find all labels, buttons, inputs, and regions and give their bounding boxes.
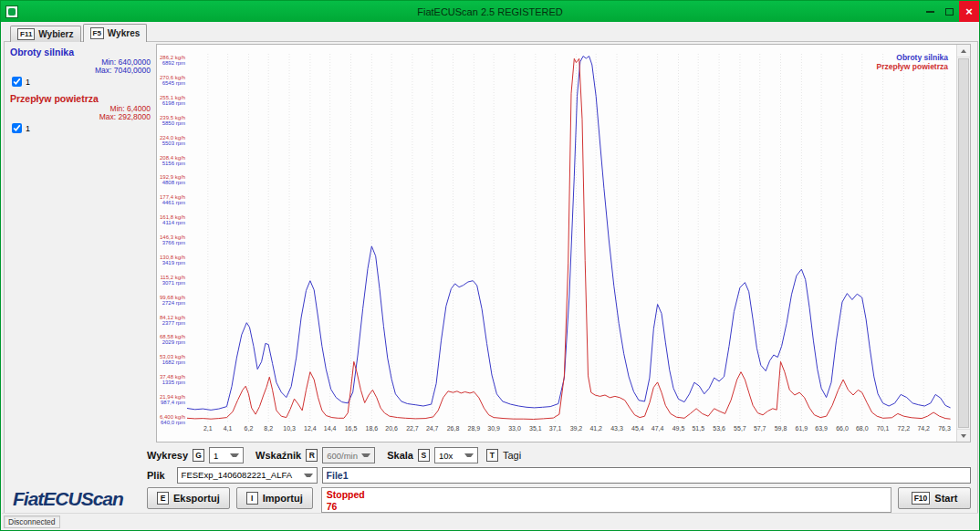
app-window: FiatECUScan 2.5 REGISTERED × F11 Wybierz… xyxy=(0,0,980,531)
chevron-down-icon xyxy=(464,453,474,457)
skala-key-badge: S xyxy=(418,449,430,462)
skala-select[interactable]: 10x xyxy=(434,447,478,463)
tab-strip: F11 Wybierz F5 Wykres xyxy=(10,24,149,42)
y-axis-label-pair: 68,58 kg/h2029 rpm xyxy=(157,334,185,345)
tab-wybierz-label: Wybierz xyxy=(38,29,73,39)
chart-panel: 6,400 kg/h640,0 rpm21,94 kg/h987,4 rpm37… xyxy=(156,44,971,442)
fiatecuscan-logo: FiatECUScan xyxy=(13,488,123,510)
signal-checkbox-label-rpm: 1 xyxy=(26,78,30,87)
arrow-up-icon xyxy=(961,49,966,53)
y-axis-label-pair: 21,94 kg/h987,4 rpm xyxy=(157,394,185,405)
y-axis-label-pair: 224,0 kg/h5503 rpm xyxy=(157,135,185,146)
x-tick-label: 76,3 xyxy=(933,425,956,432)
y-axis-label-pair: 146,3 kg/h3766 rpm xyxy=(157,234,185,245)
signal-toggle-row-rpm: 1 xyxy=(12,77,30,87)
status-text: Stopped xyxy=(327,489,886,501)
signal-minmax-airflow: Min: 6,4000 Max: 292,8000 xyxy=(12,105,151,121)
series-line-kg/h xyxy=(187,58,951,419)
plik-label: Plik xyxy=(147,470,165,481)
tab-wykres-key-badge: F5 xyxy=(90,27,104,39)
wykresy-select[interactable]: 1 xyxy=(209,447,244,463)
wykresy-label: Wykresy xyxy=(147,450,188,461)
y-axis-label-pair: 239,5 kg/h5850 rpm xyxy=(157,115,185,126)
x-axis: 2,14,16,28,210,312,414,416,518,620,622,7… xyxy=(187,425,955,436)
chart-legend: Obroty silnika Przepływ powietrza xyxy=(877,53,948,71)
signal-minmax-rpm: Min: 640,0000 Max: 7040,0000 xyxy=(12,58,151,75)
skala-select-value: 10x xyxy=(439,451,453,461)
file-name-input[interactable] xyxy=(322,467,971,484)
y-axis-label-pair: 177,4 kg/h4461 rpm xyxy=(157,194,185,205)
tagi-label: Tagi xyxy=(503,450,521,461)
signal-name-airflow: Przepływ powietrza xyxy=(10,93,99,104)
y-axis-label-pair: 53,03 kg/h1682 rpm xyxy=(157,354,185,365)
signal-checkbox-label-airflow: 1 xyxy=(26,124,30,133)
import-button[interactable]: I Importuj xyxy=(236,487,313,509)
import-key-badge: I xyxy=(246,492,258,505)
window-title: FiatECUScan 2.5 REGISTERED xyxy=(1,6,979,17)
y-axis-label-pair: 286,2 kg/h6892 rpm xyxy=(157,55,185,66)
y-axis-label-pair: 255,1 kg/h6198 rpm xyxy=(157,95,185,106)
start-button[interactable]: F10 Start xyxy=(898,487,971,509)
status-box: Stopped 76 xyxy=(321,487,891,513)
y-axis-label-pair: 130,8 kg/h3419 rpm xyxy=(157,255,185,266)
chart-controls-row: Wykresy G 1 Wskaźnik R 600/min Skala S 1… xyxy=(147,446,521,464)
title-bar: FiatECUScan 2.5 REGISTERED × xyxy=(1,1,979,22)
connection-status: Disconnected xyxy=(4,515,60,528)
signal-checkbox-rpm[interactable] xyxy=(12,77,22,87)
plik-select[interactable]: FESExp_1406082221_ALFA xyxy=(177,467,318,484)
signal-toggle-row-airflow: 1 xyxy=(12,123,30,133)
chevron-down-icon xyxy=(304,474,313,477)
y-axis-label-pair: 37,48 kg/h1335 rpm xyxy=(157,374,185,385)
tagi-key-badge: T xyxy=(486,449,498,462)
chevron-down-icon xyxy=(230,453,239,457)
start-key-badge: F10 xyxy=(912,492,931,505)
arrow-down-icon xyxy=(961,434,966,438)
signal-name-rpm: Obroty silnika xyxy=(10,47,74,57)
y-axis-label-pair: 6,400 kg/h640,0 rpm xyxy=(157,414,185,425)
y-axis-labels: 6,400 kg/h640,0 rpm21,94 kg/h987,4 rpm37… xyxy=(157,54,187,422)
plot-area xyxy=(187,54,955,422)
plik-select-value: FESExp_1406082221_ALFA xyxy=(182,470,292,480)
y-axis-label-pair: 270,6 kg/h6545 rpm xyxy=(157,75,185,86)
start-button-label: Start xyxy=(934,493,957,504)
action-row: E Eksportuj I Importuj Stopped 76 F10 St… xyxy=(147,487,971,511)
skala-label: Skala xyxy=(387,450,413,461)
tab-wykres-label: Wykres xyxy=(108,28,140,38)
export-key-badge: E xyxy=(157,492,169,505)
tab-page-wykres: Obroty silnika Min: 640,0000 Max: 7040,0… xyxy=(4,41,978,515)
chevron-down-icon xyxy=(361,453,370,457)
y-axis-label-pair: 115,2 kg/h3071 rpm xyxy=(157,275,185,286)
chart-svg xyxy=(187,54,955,422)
wskaznik-label: Wskaźnik xyxy=(255,450,301,461)
y-axis-label-pair: 208,4 kg/h5156 rpm xyxy=(157,155,185,166)
status-bar: Disconnected xyxy=(2,513,978,529)
chart-vertical-scrollbar[interactable] xyxy=(956,45,970,442)
signal-checkbox-airflow[interactable] xyxy=(12,123,22,133)
wskaznik-select[interactable]: 600/min xyxy=(322,447,375,463)
file-row: Plik FESExp_1406082221_ALFA xyxy=(147,466,971,484)
legend-item-airflow: Przepływ powietrza xyxy=(877,62,948,71)
scroll-up-button[interactable] xyxy=(957,45,970,57)
tab-wybierz-key-badge: F11 xyxy=(17,28,35,40)
status-count: 76 xyxy=(327,501,886,512)
y-axis-label-pair: 99,68 kg/h2724 rpm xyxy=(157,295,185,306)
signal-max-rpm: Max: 7040,0000 xyxy=(12,67,151,75)
wskaznik-key-badge: R xyxy=(306,449,318,462)
legend-item-rpm: Obroty silnika xyxy=(877,53,948,62)
import-button-label: Importuj xyxy=(263,493,303,504)
scroll-down-button[interactable] xyxy=(957,429,970,442)
wskaznik-select-value: 600/min xyxy=(327,451,358,461)
tab-wykres[interactable]: F5 Wykres xyxy=(83,24,148,42)
wykresy-key-badge: G xyxy=(193,449,204,462)
y-axis-label-pair: 192,9 kg/h4808 rpm xyxy=(157,174,185,185)
export-button-label: Eksportuj xyxy=(173,493,220,504)
scrollbar-thumb[interactable] xyxy=(958,58,969,428)
tab-wybierz[interactable]: F11 Wybierz xyxy=(10,26,81,42)
y-axis-label-pair: 161,8 kg/h4114 rpm xyxy=(157,214,185,225)
signal-max-airflow: Max: 292,8000 xyxy=(12,113,151,121)
export-button[interactable]: E Eksportuj xyxy=(147,487,230,509)
wykresy-select-value: 1 xyxy=(214,451,218,461)
y-axis-label-pair: 84,12 kg/h2377 rpm xyxy=(157,315,185,326)
